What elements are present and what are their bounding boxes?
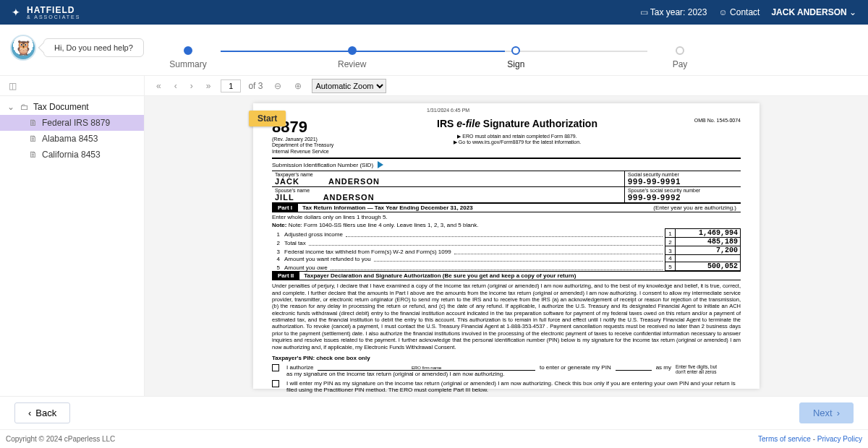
document-scroll[interactable]: Start 1/31/2024 6:45 PM 8879 (Rev. Janua…	[145, 96, 868, 396]
folder-icon: 🗀	[20, 102, 29, 112]
chevron-down-icon: ⌄	[7, 102, 16, 112]
spouse-ssn: 999-99-9992	[628, 193, 738, 202]
last-page-icon[interactable]: »	[203, 79, 214, 92]
sid-label: Submission Identification Number (SID)	[272, 162, 373, 168]
part2-desc: Taxpayer Declaration and Signature Autho…	[299, 272, 741, 280]
document-tree: ⌄ 🗀 Tax Document 🗎 Federal IRS 8879 🗎 Al…	[0, 96, 144, 165]
form-rev: (Rev. January 2021)	[272, 137, 359, 142]
privacy-link[interactable]: Privacy Policy	[817, 435, 862, 443]
part1-desc: Tax Return Information — Tax Year Ending…	[298, 204, 649, 212]
table-row: 4Amount you want refunded to you4	[272, 255, 741, 262]
sidebar-toolbar: ◫	[0, 76, 144, 96]
file-icon: 🗎	[29, 150, 38, 160]
tax-year: ▭ Tax year: 2023	[640, 7, 707, 17]
table-row: 3Federal income tax withheld from Form(s…	[272, 246, 741, 255]
person-icon: ☺	[718, 7, 727, 17]
chevron-right-icon: ›	[837, 408, 840, 418]
step-review[interactable]: Review	[309, 46, 396, 69]
main: ◫ ⌄ 🗀 Tax Document 🗎 Federal IRS 8879 🗎 …	[0, 75, 868, 396]
zoom-out-icon[interactable]: ⊖	[271, 79, 284, 92]
declaration-text: Under penalties of perjury, I declare th…	[272, 283, 741, 350]
form-8879-page: Start 1/31/2024 6:45 PM 8879 (Rev. Janua…	[253, 103, 760, 389]
file-icon: 🗎	[29, 118, 38, 128]
pdf-viewer: « ‹ › » of 3 ⊖ ⊕ Automatic Zoom Start 1/…	[145, 76, 868, 396]
brand-sub: & ASSOCIATES	[27, 14, 80, 20]
form-title: IRS e-file Signature Authorization	[359, 118, 676, 129]
sidebar: ◫ ⌄ 🗀 Tax Document 🗎 Federal IRS 8879 🗎 …	[0, 76, 145, 396]
step-pay[interactable]: Pay	[637, 46, 723, 69]
prev-page-icon[interactable]: ‹	[171, 79, 180, 92]
zoom-in-icon[interactable]: ⊕	[292, 79, 305, 92]
terms-link[interactable]: Terms of service	[758, 435, 811, 443]
page-total: of 3	[248, 81, 263, 91]
file-icon: 🗎	[29, 134, 38, 144]
pin-header: Taxpayer's PIN: check one box only	[272, 355, 741, 361]
tree-item-alabama[interactable]: 🗎 Alabama 8453	[0, 131, 144, 147]
contact-link[interactable]: ☺ Contact	[718, 7, 760, 17]
chevron-left-icon: ‹	[28, 408, 31, 418]
form-note-2: ▶ Go to www.irs.gov/Form8879 for the lat…	[359, 139, 676, 145]
page-input[interactable]	[221, 79, 241, 92]
taxpayer-ssn: 999-99-9991	[628, 177, 738, 186]
table-row: 1Adjusted gross income11,469,994	[272, 229, 741, 238]
start-tag[interactable]: Start	[249, 111, 286, 126]
tree-root[interactable]: ⌄ 🗀 Tax Document	[0, 99, 144, 115]
page-timestamp: 1/31/2024 6:45 PM	[427, 108, 469, 113]
zoom-select[interactable]: Automatic Zoom	[312, 79, 386, 93]
whole-dollars-note: Enter whole dollars only on lines 1 thro…	[272, 212, 741, 222]
brand-name: HATFIELD	[27, 5, 75, 15]
copyright: Copyright © 2024 cPaperless LLC	[6, 435, 115, 443]
viewer-toolbar: « ‹ › » of 3 ⊖ ⊕ Automatic Zoom	[145, 76, 868, 96]
app-header: ✦ HATFIELD & ASSOCIATES ▭ Tax year: 2023…	[0, 0, 868, 25]
legal-footer: Copyright © 2024 cPaperless LLC Terms of…	[0, 429, 868, 448]
progress-stepper: Summary Review Sign Pay	[0, 32, 868, 75]
omb-number: OMB No. 1545-0074	[676, 118, 741, 123]
part1-right: (Enter year you are authorizing.)	[649, 204, 741, 212]
arrow-right-icon	[378, 161, 383, 168]
sidebar-toggle-icon[interactable]: ◫	[6, 79, 20, 92]
back-button[interactable]: ‹ Back	[14, 402, 70, 423]
form-irs: Internal Revenue Service	[272, 149, 359, 155]
brand: ✦ HATFIELD & ASSOCIATES	[12, 6, 80, 20]
step-summary[interactable]: Summary	[145, 46, 231, 69]
tree-item-federal[interactable]: 🗎 Federal IRS 8879	[0, 115, 144, 131]
chevron-down-icon: ⌄	[849, 7, 856, 17]
brand-icon: ✦	[12, 7, 21, 18]
form-dept: Department of the Treasury	[272, 142, 359, 148]
tax-lines-table: 1Adjusted gross income11,469,994 2Total …	[272, 228, 741, 271]
next-button[interactable]: Next ›	[799, 402, 854, 423]
table-row: 2Total tax2485,189	[272, 238, 741, 246]
tree-item-california[interactable]: 🗎 California 8453	[0, 147, 144, 163]
pin-checkbox-1[interactable]	[272, 364, 279, 371]
header-right: ▭ Tax year: 2023 ☺ Contact JACK ANDERSON…	[640, 7, 856, 17]
calendar-icon: ▭	[640, 7, 648, 17]
next-page-icon[interactable]: ›	[187, 79, 196, 92]
pin-opt-2: I will enter my PIN as my signature on t…	[286, 380, 741, 393]
user-menu[interactable]: JACK ANDERSON ⌄	[771, 7, 856, 17]
first-page-icon[interactable]: «	[153, 79, 164, 92]
pin-checkbox-2[interactable]	[272, 380, 279, 387]
note-1040ss: Note: Note: Form 1040-SS filers use line…	[272, 222, 741, 228]
part2-label: Part II	[272, 272, 299, 280]
step-sign[interactable]: Sign	[472, 46, 559, 69]
form-note-1: ▶ ERO must obtain and retain completed F…	[359, 134, 676, 139]
footer-buttons: ‹ Back Next ›	[0, 396, 868, 429]
part1-label: Part I	[272, 204, 298, 212]
table-row: 5Amount you owe5500,052	[272, 262, 741, 271]
